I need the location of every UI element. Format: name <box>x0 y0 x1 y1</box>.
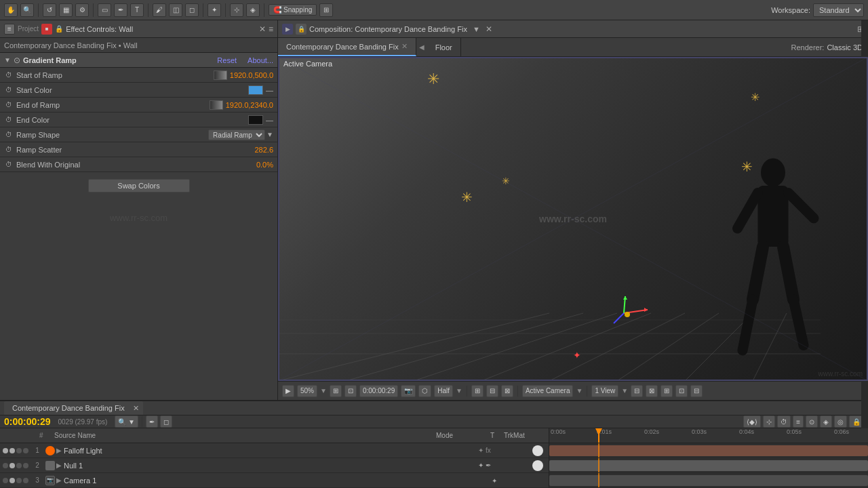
zoom-dropdown-arrow[interactable]: ▼ <box>320 387 327 394</box>
layer-1-expand-arrow[interactable]: ▶ <box>56 447 62 454</box>
ramp-shape-dropdown-arrow[interactable]: ▼ <box>267 131 273 138</box>
snapshot-button[interactable]: 📷 <box>401 385 416 397</box>
hand-tool-icon[interactable]: ✋ <box>4 3 18 17</box>
grid-icon[interactable]: ▦ <box>59 3 73 17</box>
effect-controls-scroll[interactable]: ▼ ⊙ Gradient Ramp Reset About... ⏱ Start… <box>0 53 277 400</box>
layer-1-audio-icon[interactable] <box>3 448 8 453</box>
stopwatch-icon-ramp-shape[interactable]: ⏱ <box>4 130 14 140</box>
zoom-tool-icon[interactable]: 🔍 <box>20 3 34 17</box>
puppet-tool-icon[interactable]: ✦ <box>208 3 221 17</box>
layer-2-lock-icon[interactable] <box>23 463 28 468</box>
layer-2-quality-dot[interactable] <box>532 460 543 471</box>
timeline-tab-label[interactable]: Contemporary Dance Banding Fix <box>8 403 129 413</box>
wireframe-button[interactable]: ⊟ <box>486 385 498 397</box>
pen-tool-icon[interactable]: ✒ <box>114 3 127 17</box>
tl-solo-button[interactable]: ◎ <box>834 415 847 428</box>
layer-2-video-icon[interactable] <box>9 463 15 468</box>
track-bar-3[interactable] <box>549 475 868 486</box>
stopwatch-icon-start-ramp[interactable]: ⏱ <box>4 70 14 80</box>
layer-3-expand-arrow[interactable]: ▶ <box>56 476 62 484</box>
stamp-tool-icon[interactable]: ◫ <box>169 3 182 17</box>
stopwatch-icon-start-color[interactable]: ⏱ <box>4 85 14 95</box>
project-tab[interactable]: Project <box>18 25 39 33</box>
camera-tool-icon[interactable]: ◈ <box>246 3 260 17</box>
ramp-scatter-value[interactable]: 282.6 <box>254 146 273 154</box>
track-bar-1[interactable] <box>549 445 868 456</box>
view-select[interactable]: 1 View <box>591 385 618 397</box>
stopwatch-icon-end-ramp[interactable]: ⏱ <box>4 100 14 110</box>
layer-3-transform-icon[interactable]: ✦ <box>492 477 497 485</box>
layer-1-solo-icon[interactable] <box>16 448 22 453</box>
layer-1-transform-icon[interactable]: ✦ <box>478 447 484 454</box>
layer-1-quality-dot[interactable] <box>532 445 543 456</box>
layer-1-lock-icon[interactable] <box>23 448 28 453</box>
stopwatch-icon-blend[interactable]: ⏱ <box>4 160 14 169</box>
layer-2-solo-icon[interactable] <box>16 463 22 468</box>
quality-level[interactable]: Half <box>434 385 453 397</box>
stopwatch-icon-end-color[interactable]: ⏱ <box>4 115 14 125</box>
layer-1-effects-icon[interactable]: fx <box>486 447 491 454</box>
layer-3-solo-icon[interactable] <box>16 478 22 483</box>
swap-colors-button[interactable]: Swap Colors <box>88 179 190 192</box>
eraser-tool-icon[interactable]: ◻ <box>185 3 199 17</box>
start-color-value[interactable]: — <box>266 86 273 94</box>
frame-fit-button[interactable]: ⊞ <box>330 385 342 397</box>
view-options-3[interactable]: ⊞ <box>660 385 673 397</box>
layer-2-transform-icon[interactable]: ✦ <box>478 462 484 469</box>
quality-dropdown-arrow[interactable]: ▼ <box>456 387 462 394</box>
tl-search-button[interactable]: 🔍 ▼ <box>115 415 138 428</box>
layer-3-lock-icon[interactable] <box>23 478 28 483</box>
comp-menu-icon[interactable]: ▼ <box>473 25 480 33</box>
view-dropdown-arrow[interactable]: ▼ <box>621 387 628 394</box>
stopwatch-icon-ramp-scatter[interactable]: ⏱ <box>4 145 14 155</box>
brush-tool-icon[interactable]: 🖌 <box>153 3 166 17</box>
safe-area-button[interactable]: ⊡ <box>344 385 357 397</box>
play-button[interactable]: ▶ <box>282 385 294 397</box>
snapping-toggle[interactable]: 🧲 Snapping <box>269 4 317 16</box>
settings-icon[interactable]: ⚙ <box>75 3 89 17</box>
view-options-2[interactable]: ⊠ <box>646 385 658 397</box>
layer-3-name[interactable]: Camera 1 <box>64 476 492 485</box>
panel-expand-button[interactable]: ≡ <box>269 24 273 34</box>
tl-shape-button[interactable]: ◻ <box>160 415 172 428</box>
layer-2-expand-arrow[interactable]: ▶ <box>56 462 62 469</box>
timeline-playhead[interactable] <box>598 428 599 443</box>
panel-close-button[interactable]: ✕ <box>259 24 266 34</box>
tl-graph-button[interactable]: ⊹ <box>763 415 775 428</box>
tl-motion-blur-button[interactable]: ⊙ <box>806 415 818 428</box>
camera-select[interactable]: Active Camera <box>522 385 574 397</box>
rotate-icon[interactable]: ↺ <box>43 3 56 17</box>
tab-floor[interactable]: Floor <box>427 38 461 56</box>
tl-pen-button[interactable]: ✒ <box>146 415 158 428</box>
view-options-4[interactable]: ⊡ <box>675 385 688 397</box>
timeline-close-button[interactable]: ✕ <box>133 404 139 413</box>
view-options-5[interactable]: ⊟ <box>690 385 703 397</box>
tl-keyframe-button[interactable]: ⟨◆⟩ <box>743 415 761 428</box>
show-channel-button[interactable]: ⬡ <box>418 385 431 397</box>
renderer-value[interactable]: Classic 3D <box>827 43 863 52</box>
text-tool-icon[interactable]: T <box>130 3 144 17</box>
move-tool-icon[interactable]: ⊹ <box>230 3 243 17</box>
layer-2-name[interactable]: Null 1 <box>64 462 478 470</box>
layer-1-name[interactable]: Falloff Light <box>64 447 478 455</box>
end-color-value[interactable]: — <box>266 116 273 124</box>
start-of-ramp-value[interactable]: 1920.0,500.0 <box>230 71 273 79</box>
camera-dropdown-arrow[interactable]: ▼ <box>576 387 583 394</box>
fast-preview-button[interactable]: ⊞ <box>471 385 484 397</box>
comp-close-button[interactable]: ✕ <box>486 24 492 34</box>
section-expand-icon[interactable]: ▼ <box>4 56 11 64</box>
tab-arrow-left[interactable]: ◀ <box>416 38 427 56</box>
layer-3-video-icon[interactable] <box>9 478 15 483</box>
layer-1-video-icon[interactable] <box>9 448 15 453</box>
panel-menu-icon[interactable]: ≡ <box>4 24 15 35</box>
layer-2-pen-icon[interactable]: ✒ <box>486 462 491 469</box>
tab-contemporary-dance[interactable]: Contemporary Dance Banding Fix ✕ <box>278 38 416 56</box>
layer-2-audio-icon[interactable] <box>3 463 8 468</box>
timecode-display[interactable]: 0:00:00:29 <box>359 385 398 397</box>
ramp-shape-dropdown[interactable]: Radial Ramp Linear Ramp <box>208 129 265 140</box>
tl-columns-button[interactable]: ≡ <box>793 415 804 428</box>
rect-tool-icon[interactable]: ▭ <box>98 3 111 17</box>
blend-with-original-value[interactable]: 0.0% <box>256 161 273 169</box>
layer-3-audio-icon[interactable] <box>3 478 8 483</box>
track-bar-2[interactable] <box>549 460 868 471</box>
